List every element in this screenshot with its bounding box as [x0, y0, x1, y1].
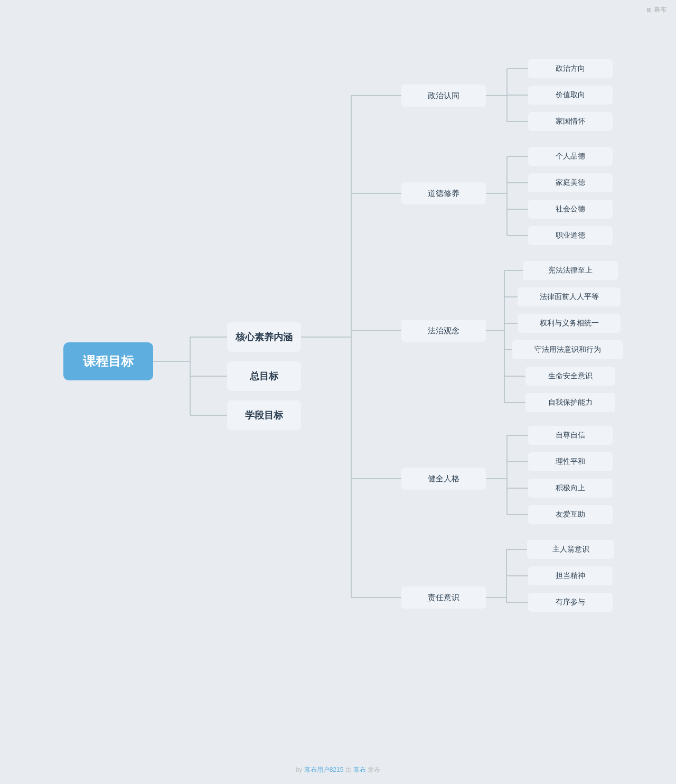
footer-user-link[interactable]: 幕布用户8215 — [304, 766, 344, 773]
root-node: 课程目标 — [63, 342, 153, 380]
l3-node-1: 政治方向 — [528, 59, 613, 78]
l2-node-4: 健全人格 — [401, 468, 486, 490]
l3-node-8: 宪法法律至上 — [523, 261, 618, 280]
l3-node-5: 家庭美德 — [528, 173, 613, 192]
l3-node-10: 权利与义务相统一 — [518, 314, 621, 333]
footer-brand-link[interactable]: 幕布 — [353, 766, 366, 773]
l3-node-18: 主人翁意识 — [527, 540, 614, 559]
l3-node-12: 生命安全意识 — [525, 367, 615, 386]
mindmap: 课程目标 核心素养内涵 总目标 学段目标 政治认同 道德修养 法治观念 健全人格… — [32, 26, 655, 755]
l3-node-13: 自我保护能力 — [525, 393, 615, 412]
l3-node-15: 理性平和 — [528, 452, 613, 471]
l2-node-5: 责任意识 — [401, 586, 486, 609]
l3-node-20: 有序参与 — [528, 593, 613, 612]
l3-node-11: 守法用法意识和行为 — [512, 340, 623, 359]
l3-node-7: 职业道德 — [528, 226, 613, 245]
l2-node-3: 法治观念 — [401, 320, 486, 342]
l3-node-14: 自尊自信 — [528, 426, 613, 445]
footer: by 幕布用户8215 由 幕布 发布 — [296, 766, 381, 774]
l3-node-9: 法律面前人人平等 — [518, 287, 621, 306]
l2-node-2: 道德修养 — [401, 182, 486, 204]
l3-node-2: 价值取向 — [528, 86, 613, 105]
l1-node-3: 学段目标 — [227, 400, 301, 430]
connector-lines — [32, 26, 655, 755]
watermark: ⊞ 幕布 — [646, 5, 666, 14]
l3-node-6: 社会公德 — [528, 200, 613, 219]
l3-node-19: 担当精神 — [528, 566, 613, 585]
l2-node-1: 政治认同 — [401, 85, 486, 107]
l3-node-4: 个人品德 — [528, 147, 613, 166]
watermark-icon: ⊞ — [646, 6, 652, 14]
l3-node-16: 积极向上 — [528, 479, 613, 498]
l3-node-3: 家国情怀 — [528, 112, 613, 131]
watermark-text: 幕布 — [654, 5, 666, 14]
l1-node-2: 总目标 — [227, 361, 301, 391]
l1-node-1: 核心素养内涵 — [227, 322, 301, 352]
l3-node-17: 友爱互助 — [528, 505, 613, 524]
